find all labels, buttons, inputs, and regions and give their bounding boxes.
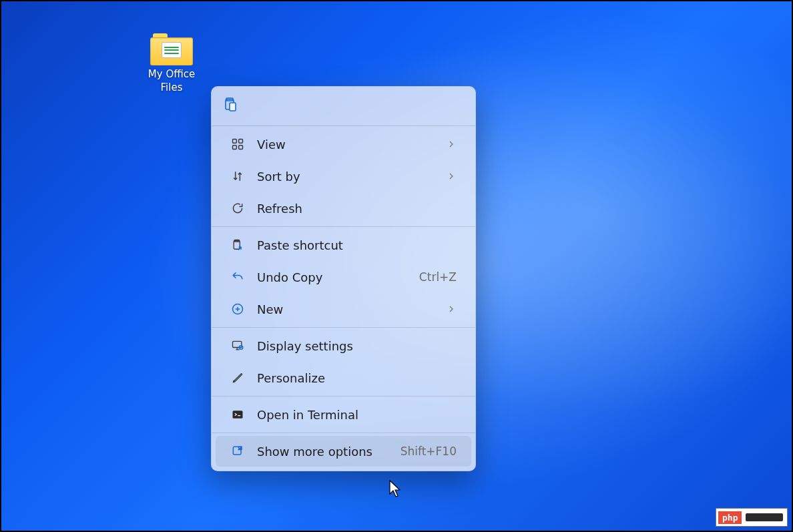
menu-item-label: Paste shortcut xyxy=(257,238,457,252)
menu-separator xyxy=(212,433,475,433)
menu-item-undo-copy[interactable]: Undo Copy Ctrl+Z xyxy=(216,262,471,292)
svg-rect-12 xyxy=(233,411,243,419)
menu-item-new[interactable]: New xyxy=(216,294,471,324)
menu-item-shortcut: Shift+F10 xyxy=(401,445,457,458)
chevron-right-icon xyxy=(446,171,457,182)
view-icon xyxy=(230,137,245,152)
menu-item-label: Open in Terminal xyxy=(257,408,457,422)
menu-separator xyxy=(212,226,475,227)
watermark-bar xyxy=(746,513,783,521)
menu-item-refresh[interactable]: Refresh xyxy=(216,193,471,224)
svg-rect-2 xyxy=(230,103,236,111)
menu-item-show-more-options[interactable]: Show more options Shift+F10 xyxy=(216,436,471,467)
folder-icon xyxy=(150,33,193,65)
watermark-text: php xyxy=(718,511,742,524)
personalize-icon xyxy=(230,370,245,385)
svg-rect-5 xyxy=(233,146,237,150)
menu-item-label: Personalize xyxy=(257,371,457,385)
menu-item-label: Sort by xyxy=(257,170,434,184)
menu-item-paste-shortcut[interactable]: Paste shortcut xyxy=(216,230,471,260)
svg-rect-10 xyxy=(233,341,242,347)
show-more-icon xyxy=(230,444,245,459)
undo-icon xyxy=(230,270,245,284)
context-menu-action-row xyxy=(212,87,475,123)
desktop-icon-my-office-files[interactable]: My Office Files xyxy=(142,33,202,94)
menu-item-label: Show more options xyxy=(257,445,388,459)
menu-item-sort-by[interactable]: Sort by xyxy=(216,161,471,192)
menu-item-label: Refresh xyxy=(257,202,457,216)
paste-shortcut-icon xyxy=(230,238,245,252)
chevron-right-icon xyxy=(446,139,457,150)
desktop-background[interactable]: My Office Files View xyxy=(1,1,792,531)
menu-item-display-settings[interactable]: Display settings xyxy=(216,330,471,361)
mouse-cursor xyxy=(389,480,403,499)
menu-item-shortcut: Ctrl+Z xyxy=(419,270,457,284)
menu-separator xyxy=(212,125,475,126)
terminal-icon xyxy=(230,407,245,422)
menu-item-label: Display settings xyxy=(257,339,457,353)
desktop-context-menu: View Sort by Refresh xyxy=(211,86,476,471)
menu-item-label: Undo Copy xyxy=(257,270,407,284)
svg-rect-3 xyxy=(233,140,237,144)
menu-item-open-in-terminal[interactable]: Open in Terminal xyxy=(216,399,471,430)
desktop-icon-label: My Office Files xyxy=(142,68,202,94)
display-settings-icon xyxy=(230,338,245,353)
paste-icon[interactable] xyxy=(222,96,240,113)
new-icon xyxy=(230,302,245,316)
sort-icon xyxy=(230,169,245,184)
svg-rect-4 xyxy=(239,140,243,144)
menu-separator xyxy=(212,327,475,328)
chevron-right-icon xyxy=(446,304,457,314)
svg-rect-6 xyxy=(239,146,243,150)
menu-separator xyxy=(212,396,475,396)
refresh-icon xyxy=(230,201,245,216)
menu-item-label: New xyxy=(257,302,434,316)
menu-item-personalize[interactable]: Personalize xyxy=(216,362,471,393)
watermark-badge: php xyxy=(716,508,788,527)
menu-item-label: View xyxy=(257,138,434,152)
menu-item-view[interactable]: View xyxy=(216,129,471,160)
